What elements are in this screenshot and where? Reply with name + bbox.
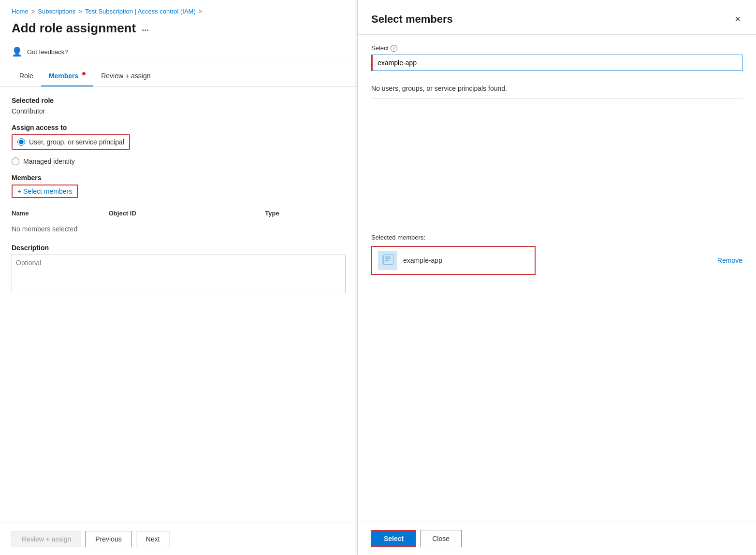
selected-member-row: example-app Remove [371, 246, 742, 275]
members-table: Name Object ID Type No members selected [12, 207, 346, 238]
radio-user-input[interactable] [17, 138, 25, 146]
page-title-area: Add role assignment ... [0, 19, 357, 42]
feedback-icon: 👤 [12, 46, 22, 57]
assign-access-label: Assign access to [12, 124, 346, 131]
selected-role-label: Selected role [12, 97, 346, 104]
close-panel-button[interactable]: × [733, 12, 742, 27]
left-panel: Home > Subscriptions > Test Subscription… [0, 0, 358, 555]
members-dot [82, 72, 86, 75]
feedback-bar: 👤 Got feedback? [0, 42, 357, 62]
select-button[interactable]: Select [371, 530, 416, 547]
members-section: Members + Select members [12, 174, 346, 198]
page-title: Add role assignment [12, 21, 136, 36]
review-assign-button[interactable]: Review + assign [12, 531, 81, 547]
svg-rect-4 [385, 260, 389, 261]
tabs: Role Members Review + assign [0, 66, 357, 87]
tab-role[interactable]: Role [12, 66, 41, 86]
radio-managed-input[interactable] [12, 157, 19, 165]
panel-header: Select members × [358, 0, 756, 35]
description-section: Description [12, 244, 346, 295]
description-textarea[interactable] [12, 255, 346, 293]
app-icon [381, 254, 394, 267]
previous-button[interactable]: Previous [85, 531, 131, 547]
breadcrumb-subscriptions[interactable]: Subscriptions [38, 8, 75, 15]
panel-footer: Select Close [358, 522, 756, 555]
search-input[interactable] [373, 55, 742, 71]
panel-title: Select members [371, 13, 453, 26]
table-row-empty: No members selected [12, 220, 346, 238]
tab-review[interactable]: Review + assign [93, 66, 158, 86]
tab-members[interactable]: Members [41, 66, 93, 86]
main-content: Selected role Contributor Assign access … [0, 87, 357, 523]
select-members-button[interactable]: + Select members [12, 185, 78, 198]
selected-members-label: Selected members: [371, 234, 742, 241]
selected-role-section: Selected role Contributor [12, 97, 346, 115]
breadcrumb: Home > Subscriptions > Test Subscription… [0, 0, 357, 19]
search-label: Select i [371, 44, 742, 52]
search-section: Select i [371, 44, 742, 71]
svg-rect-2 [385, 256, 391, 257]
no-results-message: No users, groups, or service principals … [371, 79, 742, 99]
selected-role-value: Contributor [12, 107, 346, 115]
members-label: Members [12, 174, 346, 182]
col-object-id: Object ID [109, 207, 265, 220]
remove-link[interactable]: Remove [708, 256, 742, 264]
info-icon[interactable]: i [391, 45, 397, 52]
empty-message: No members selected [12, 220, 346, 238]
description-label: Description [12, 244, 346, 252]
next-button[interactable]: Next [136, 531, 170, 547]
radio-managed-label: Managed identity [23, 157, 75, 165]
bottom-bar: Review + assign Previous Next [0, 523, 357, 555]
breadcrumb-home[interactable]: Home [12, 8, 29, 15]
feedback-text[interactable]: Got feedback? [27, 48, 68, 56]
col-type: Type [265, 207, 346, 220]
selected-member-card: example-app [371, 246, 536, 275]
breadcrumb-iam[interactable]: Test Subscription | Access control (IAM) [85, 8, 196, 15]
panel-body: Select i No users, groups, or service pr… [358, 35, 756, 522]
svg-rect-3 [385, 258, 391, 259]
member-name: example-app [403, 256, 442, 264]
member-icon [378, 251, 397, 270]
search-input-wrapper [371, 55, 742, 71]
radio-managed-identity[interactable]: Managed identity [12, 157, 346, 165]
assign-access-section: Assign access to User, group, or service… [12, 124, 346, 165]
right-panel: Select members × Select i No users, grou… [358, 0, 756, 555]
col-name: Name [12, 207, 109, 220]
close-button[interactable]: Close [420, 530, 462, 547]
radio-user-group[interactable]: User, group, or service principal [12, 134, 130, 150]
radio-user-label: User, group, or service principal [29, 138, 124, 146]
more-options-icon[interactable]: ... [142, 23, 149, 33]
